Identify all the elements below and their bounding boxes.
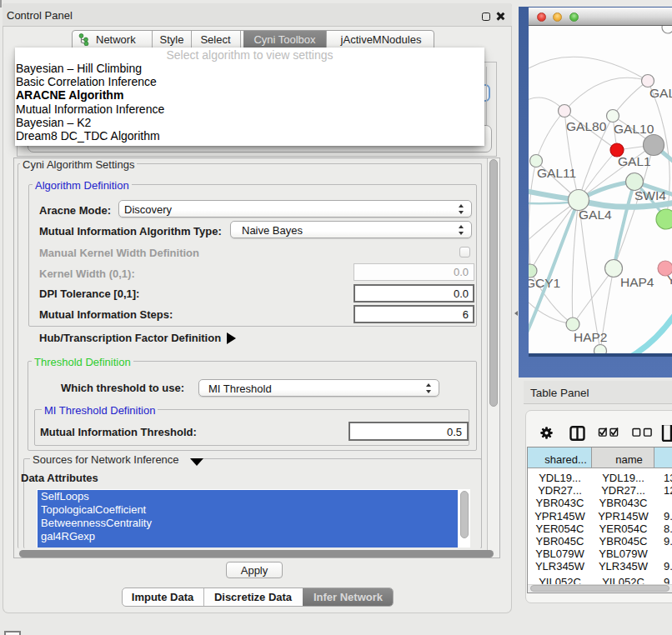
svg-text:GAL11: GAL11 <box>537 166 576 180</box>
svg-text:GAL80: GAL80 <box>566 119 607 133</box>
svg-text:GAL4: GAL4 <box>579 208 612 222</box>
svg-text:GCY1: GCY1 <box>529 276 560 290</box>
svg-text:GAL1: GAL1 <box>618 154 651 168</box>
svg-text:SWI4: SWI4 <box>634 188 666 202</box>
svg-text:HAP4: HAP4 <box>620 275 654 289</box>
svg-text:GAL10: GAL10 <box>614 122 654 136</box>
svg-text:GAL7: GAL7 <box>649 86 672 100</box>
svg-text:Y: Y <box>667 272 672 287</box>
svg-text:HAP2: HAP2 <box>574 330 608 344</box>
